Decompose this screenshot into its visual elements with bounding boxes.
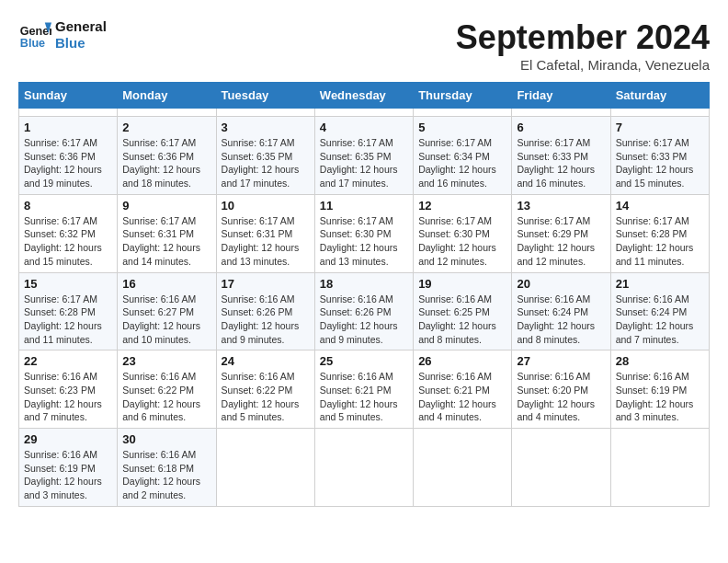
day-27: 27 Sunrise: 6:16 AMSunset: 6:20 PMDaylig… (512, 350, 610, 429)
week-row-4: 22 Sunrise: 6:16 AMSunset: 6:23 PMDaylig… (19, 350, 710, 429)
empty-cell (512, 109, 610, 117)
day-15: 15 Sunrise: 6:17 AMSunset: 6:28 PMDaylig… (19, 272, 118, 350)
day-10: 10 Sunrise: 6:17 AMSunset: 6:31 PMDaylig… (216, 194, 314, 272)
empty-cell (19, 109, 118, 117)
day-11: 11 Sunrise: 6:17 AMSunset: 6:30 PMDaylig… (314, 194, 413, 272)
week-row-2: 8 Sunrise: 6:17 AMSunset: 6:32 PMDayligh… (19, 194, 710, 272)
logo-icon: General Blue (18, 18, 51, 52)
day-2: 2 Sunrise: 6:17 AMSunset: 6:36 PMDayligh… (118, 117, 216, 195)
day-18: 18 Sunrise: 6:16 AMSunset: 6:26 PMDaylig… (314, 272, 413, 350)
col-monday: Monday (118, 83, 216, 109)
calendar-header-row: Sunday Monday Tuesday Wednesday Thursday… (19, 83, 710, 109)
day-25: 25 Sunrise: 6:16 AMSunset: 6:21 PMDaylig… (314, 350, 413, 429)
day-13: 13 Sunrise: 6:17 AMSunset: 6:29 PMDaylig… (512, 194, 610, 272)
day-21: 21 Sunrise: 6:16 AMSunset: 6:24 PMDaylig… (610, 272, 709, 350)
empty-cell (610, 109, 709, 117)
day-30: 30 Sunrise: 6:16 AMSunset: 6:18 PMDaylig… (118, 429, 216, 507)
day-26: 26 Sunrise: 6:16 AMSunset: 6:21 PMDaylig… (414, 350, 512, 429)
empty-cell (314, 109, 413, 117)
day-20: 20 Sunrise: 6:16 AMSunset: 6:24 PMDaylig… (512, 272, 610, 350)
week-row-1a: 1 Sunrise: 6:17 AMSunset: 6:36 PMDayligh… (19, 117, 710, 195)
col-friday: Friday (512, 83, 610, 109)
empty-cell (314, 429, 413, 507)
col-sunday: Sunday (19, 83, 118, 109)
day-9: 9 Sunrise: 6:17 AMSunset: 6:31 PMDayligh… (118, 194, 216, 272)
day-7: 7 Sunrise: 6:17 AMSunset: 6:33 PMDayligh… (610, 117, 709, 195)
empty-cell (610, 429, 709, 507)
col-wednesday: Wednesday (314, 83, 413, 109)
day-3: 3 Sunrise: 6:17 AMSunset: 6:35 PMDayligh… (216, 117, 314, 195)
empty-cell (414, 429, 512, 507)
col-tuesday: Tuesday (216, 83, 314, 109)
day-24: 24 Sunrise: 6:16 AMSunset: 6:22 PMDaylig… (216, 350, 314, 429)
day-28: 28 Sunrise: 6:16 AMSunset: 6:19 PMDaylig… (610, 350, 709, 429)
calendar-table: Sunday Monday Tuesday Wednesday Thursday… (18, 82, 710, 507)
day-23: 23 Sunrise: 6:16 AMSunset: 6:22 PMDaylig… (118, 350, 216, 429)
svg-text:Blue: Blue (20, 37, 45, 50)
day-6: 6 Sunrise: 6:17 AMSunset: 6:33 PMDayligh… (512, 117, 610, 195)
day-29: 29 Sunrise: 6:16 AMSunset: 6:19 PMDaylig… (19, 429, 118, 507)
week-row-5: 29 Sunrise: 6:16 AMSunset: 6:19 PMDaylig… (19, 429, 710, 507)
empty-cell (414, 109, 512, 117)
col-thursday: Thursday (414, 83, 512, 109)
day-1: 1 Sunrise: 6:17 AMSunset: 6:36 PMDayligh… (19, 117, 118, 195)
day-16: 16 Sunrise: 6:16 AMSunset: 6:27 PMDaylig… (118, 272, 216, 350)
day-8: 8 Sunrise: 6:17 AMSunset: 6:32 PMDayligh… (19, 194, 118, 272)
logo: General Blue General Blue (18, 18, 107, 52)
day-5: 5 Sunrise: 6:17 AMSunset: 6:34 PMDayligh… (414, 117, 512, 195)
title-area: September 2024 El Cafetal, Miranda, Vene… (456, 18, 710, 73)
week-row-1 (19, 109, 710, 117)
empty-cell (216, 429, 314, 507)
day-4: 4 Sunrise: 6:17 AMSunset: 6:35 PMDayligh… (314, 117, 413, 195)
location-title: El Cafetal, Miranda, Venezuela (456, 57, 710, 73)
col-saturday: Saturday (610, 83, 709, 109)
day-19: 19 Sunrise: 6:16 AMSunset: 6:25 PMDaylig… (414, 272, 512, 350)
empty-cell (512, 429, 610, 507)
day-12: 12 Sunrise: 6:17 AMSunset: 6:30 PMDaylig… (414, 194, 512, 272)
empty-cell (216, 109, 314, 117)
empty-cell (118, 109, 216, 117)
page-header: General Blue General Blue September 2024… (18, 18, 710, 73)
day-22: 22 Sunrise: 6:16 AMSunset: 6:23 PMDaylig… (19, 350, 118, 429)
week-row-3: 15 Sunrise: 6:17 AMSunset: 6:28 PMDaylig… (19, 272, 710, 350)
month-title: September 2024 (456, 18, 710, 57)
day-14: 14 Sunrise: 6:17 AMSunset: 6:28 PMDaylig… (610, 194, 709, 272)
day-17: 17 Sunrise: 6:16 AMSunset: 6:26 PMDaylig… (216, 272, 314, 350)
